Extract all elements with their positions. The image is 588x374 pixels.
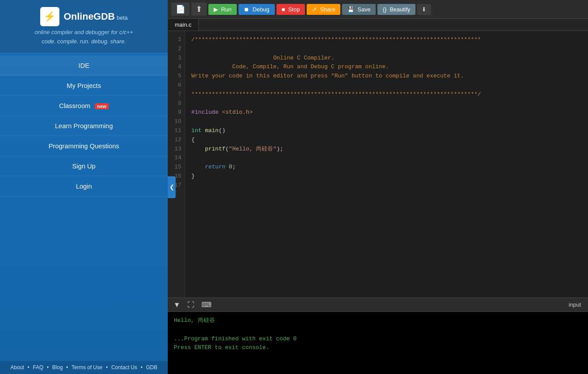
code-editor[interactable]: 12345 678910 1112131415 1617 /**********… [168, 31, 588, 297]
brand-name: OnlineGDB [64, 11, 115, 22]
file-tabs: main.c [168, 19, 588, 31]
sidebar-item-sign-up[interactable]: Sign Up [0, 156, 168, 176]
logo-row: ⚡ OnlineGDBbeta [4, 7, 163, 26]
footer-blog[interactable]: Blog [52, 364, 63, 371]
download-button[interactable]: ⬇ [417, 4, 431, 15]
share-button[interactable]: ↗ Share [307, 4, 340, 15]
footer-terms[interactable]: Terms of Use [72, 364, 103, 371]
editor-area: 📄 ⬆ ▶ Run ⏺ Debug ■ Stop ↗ Share 💾 Save … [168, 0, 588, 374]
toolbar: 📄 ⬆ ▶ Run ⏺ Debug ■ Stop ↗ Share 💾 Save … [168, 0, 588, 19]
output-fullscreen-button[interactable]: ⛶ [185, 300, 197, 310]
output-toolbar: ▼ ⛶ ⌨ input [168, 298, 588, 312]
sidebar-item-classroom[interactable]: Classroom new [0, 96, 168, 116]
sidebar-footer: About • FAQ • Blog • Terms of Use • Cont… [0, 361, 168, 374]
output-label: input [569, 301, 581, 308]
footer-faq[interactable]: FAQ [33, 364, 43, 371]
sidebar: ⚡ OnlineGDBbeta online compiler and debu… [0, 0, 168, 374]
footer-gdb[interactable]: GDB [146, 364, 157, 371]
sidebar-toggle[interactable]: ❮ [168, 176, 176, 198]
beautify-button[interactable]: {} Beautify [377, 4, 415, 15]
sidebar-nav: IDE My Projects Classroom new Learn Prog… [0, 56, 168, 196]
sidebar-item-ide[interactable]: IDE [0, 56, 168, 76]
debug-button[interactable]: ⏺ Debug [239, 4, 275, 15]
file-tab-main-c[interactable]: main.c [168, 19, 199, 31]
subtitle: code. compile. run. debug. share. [4, 38, 163, 45]
line-numbers: 12345 678910 1112131415 1617 [168, 31, 185, 297]
sidebar-item-login[interactable]: Login [0, 176, 168, 196]
classroom-badge: new [95, 103, 108, 109]
stop-button[interactable]: ■ Stop [277, 4, 305, 15]
output-content[interactable]: Hello, 尚硅谷 ...Program finished with exit… [168, 312, 588, 374]
run-button[interactable]: ▶ Run [208, 4, 237, 15]
sidebar-item-learn-programming[interactable]: Learn Programming [0, 116, 168, 136]
code-content[interactable]: /***************************************… [185, 31, 588, 297]
output-panel: ▼ ⛶ ⌨ input Hello, 尚硅谷 ...Program finish… [168, 297, 588, 374]
sidebar-item-my-projects[interactable]: My Projects [0, 76, 168, 96]
save-button[interactable]: 💾 Save [342, 4, 376, 15]
sidebar-header: ⚡ OnlineGDBbeta online compiler and debu… [0, 0, 168, 52]
new-file-button[interactable]: 📄 [171, 3, 190, 16]
footer-contact[interactable]: Contact Us [111, 364, 137, 371]
logo-icon: ⚡ [40, 7, 59, 26]
sidebar-item-programming-questions[interactable]: Programming Questions [0, 136, 168, 156]
output-collapse-button[interactable]: ▼ [171, 300, 183, 310]
footer-about[interactable]: About [10, 364, 24, 371]
classroom-label: Classroom [59, 102, 90, 109]
output-keyboard-button[interactable]: ⌨ [199, 300, 214, 310]
upload-button[interactable]: ⬆ [191, 3, 207, 16]
tagline: online compiler and debugger for c/c++ [4, 29, 163, 35]
brand-beta: beta [117, 14, 128, 21]
